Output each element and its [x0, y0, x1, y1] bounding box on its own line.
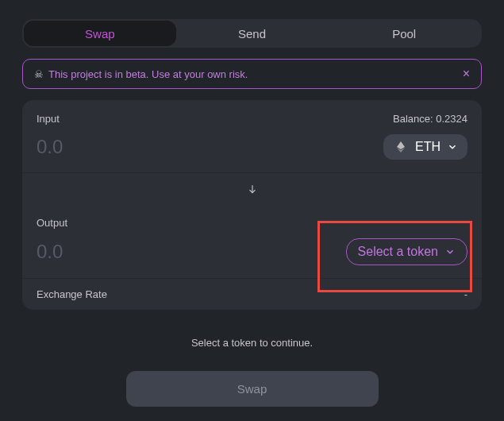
chevron-down-icon [444, 246, 456, 257]
exchange-rate-row: Exchange Rate - [22, 278, 482, 310]
input-token-label: ETH [415, 140, 441, 154]
tab-send[interactable]: Send [176, 21, 329, 46]
input-panel: Input Balance: 0.2324 ETH [22, 100, 482, 172]
tab-pool[interactable]: Pool [328, 21, 480, 46]
output-token-selector[interactable]: Select a token [346, 238, 467, 265]
mode-tabs: Swap Send Pool [22, 19, 482, 48]
output-label: Output [37, 217, 67, 229]
rate-value: - [464, 288, 467, 300]
input-token-selector[interactable]: ETH [383, 134, 467, 160]
eth-icon [393, 139, 409, 155]
input-label: Input [37, 113, 60, 125]
output-panel: Output Select a token [22, 204, 482, 278]
input-amount-field[interactable] [37, 136, 195, 158]
swap-direction-arrow[interactable] [22, 172, 482, 204]
banner-close-button[interactable]: × [463, 67, 470, 81]
tab-swap[interactable]: Swap [24, 21, 176, 46]
rate-label: Exchange Rate [37, 288, 107, 300]
svg-marker-0 [397, 141, 405, 149]
skull-icon: ☠ [34, 68, 44, 80]
banner-message: This project is in beta. Use at your own… [48, 68, 463, 80]
input-balance: Balance: 0.2324 [393, 113, 467, 125]
chevron-down-icon [447, 141, 458, 153]
swap-button[interactable]: Swap [126, 371, 379, 407]
output-select-label: Select a token [358, 245, 438, 259]
output-amount-field[interactable] [37, 241, 195, 263]
hint-text: Select a token to continue. [22, 337, 482, 349]
swap-page: Swap Send Pool ☠ This project is in beta… [22, 19, 482, 407]
beta-warning-banner: ☠ This project is in beta. Use at your o… [22, 59, 482, 89]
